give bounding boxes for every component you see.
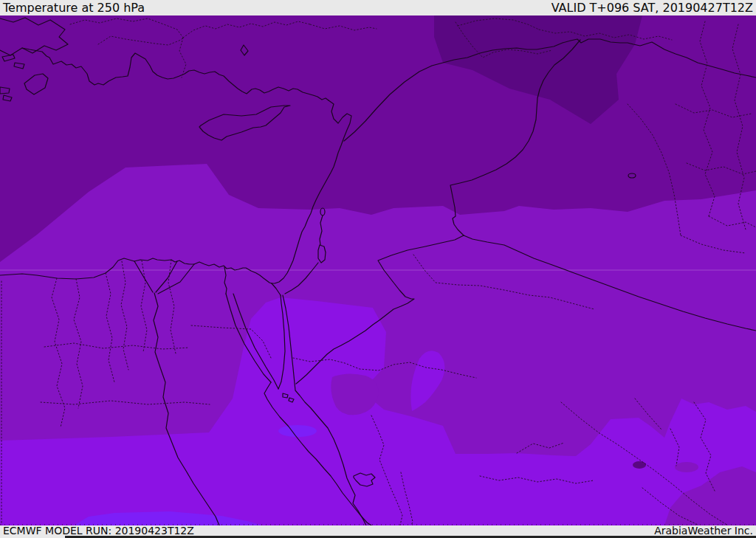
weather-map (0, 15, 756, 525)
valid-time-label: VALID T+096 SAT, 20190427T12Z (551, 0, 753, 15)
temp-darkest-spot (633, 461, 646, 469)
weather-product-screenshot: Temperature at 250 hPa VALID T+096 SAT, … (0, 0, 756, 538)
temperature-map-canvas (0, 15, 756, 525)
parameter-title: Temperature at 250 hPa (3, 0, 145, 15)
header-bar: Temperature at 250 hPa VALID T+096 SAT, … (0, 0, 756, 15)
